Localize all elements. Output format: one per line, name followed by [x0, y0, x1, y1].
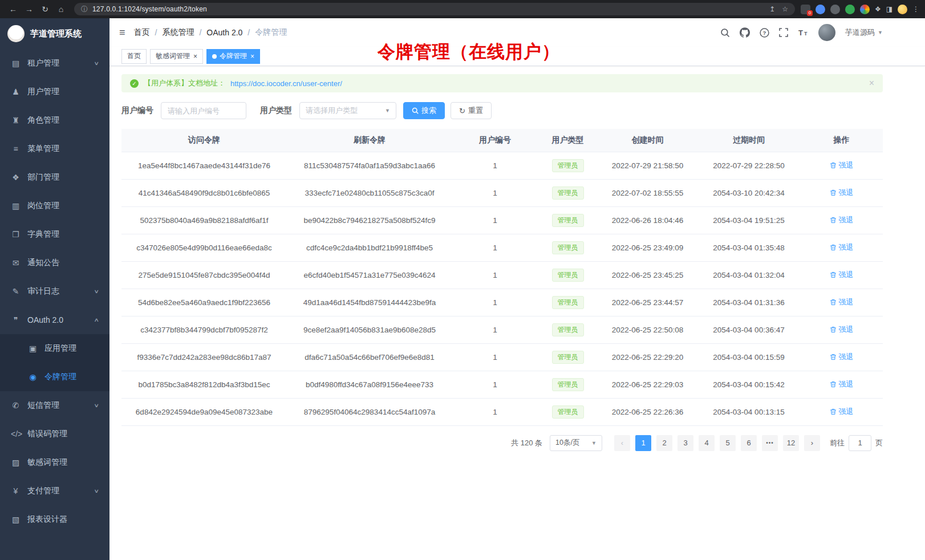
force-logout-link[interactable]: 强退 [830, 352, 854, 362]
force-logout-link[interactable]: 强退 [830, 160, 854, 171]
breadcrumb-item[interactable]: 系统管理 [162, 27, 194, 38]
pager-page-2[interactable]: 2 [656, 435, 672, 451]
side-panel-icon[interactable]: ◨ [886, 5, 892, 14]
tab-close-icon[interactable]: × [250, 52, 254, 60]
pager-page-6[interactable]: 6 [741, 435, 757, 451]
tab-home[interactable]: 首页 [121, 49, 147, 64]
breadcrumb-item[interactable]: OAuth 2.0 [206, 28, 242, 37]
pager-page-3[interactable]: 3 [677, 435, 693, 451]
extensions-puzzle-icon[interactable]: ❖ [875, 5, 881, 14]
pager-page-12[interactable]: 12 [783, 435, 799, 451]
sidebar-item-tenant[interactable]: ▤租户管理∨ [0, 49, 109, 78]
user-type-cell: 管理员 [538, 371, 598, 398]
breadcrumb-item[interactable]: 首页 [134, 27, 150, 38]
user-type-select[interactable]: 请选择用户类型 ▼ [299, 102, 396, 119]
force-logout-link[interactable]: 强退 [830, 242, 854, 253]
reset-button[interactable]: ↻ 重置 [451, 102, 492, 119]
sidebar-item-pay[interactable]: ¥支付管理∨ [0, 477, 109, 505]
expire-time-cell: 2022-07-29 22:28:50 [697, 152, 800, 179]
force-logout-link[interactable]: 强退 [830, 188, 854, 198]
sidebar-item-menu[interactable]: ≡菜单管理 [0, 135, 109, 163]
tab-sensitive-word[interactable]: 敏感词管理× [150, 49, 203, 64]
token-table: 访问令牌刷新令牌用户编号用户类型创建时间过期时间操作 1ea5e44f8bc14… [121, 129, 883, 426]
site-info-icon[interactable]: ⓘ [81, 5, 88, 14]
search-button[interactable]: 搜索 [403, 102, 445, 119]
sidebar-item-oauth2-token[interactable]: ◉令牌管理 [0, 363, 109, 391]
back-icon[interactable]: ← [6, 2, 21, 16]
pager-ellipsis[interactable]: ••• [762, 435, 778, 451]
share-icon[interactable]: ↥ [769, 5, 775, 13]
sidebar-item-error-code[interactable]: </>错误码管理 [0, 420, 109, 448]
dept-icon: ❖ [11, 173, 21, 182]
page-size-select[interactable]: 10条/页 ▼ [550, 435, 602, 451]
goto-suffix: 页 [875, 438, 883, 448]
doc-link[interactable]: https://doc.iocoder.cn/user-center/ [230, 79, 342, 88]
font-size-icon[interactable]: TT [798, 28, 809, 37]
user-avatar[interactable] [818, 24, 835, 41]
alert-close-icon[interactable]: × [869, 78, 874, 88]
app-logo[interactable]: 芋道管理系统 [0, 18, 109, 49]
force-logout-link[interactable]: 强退 [830, 297, 854, 307]
github-icon[interactable] [740, 27, 750, 38]
home-icon[interactable]: ⌂ [54, 2, 68, 16]
extension-dark-icon[interactable] [830, 5, 840, 14]
browser-menu-icon[interactable]: ⋮ [912, 5, 919, 14]
sidebar-item-oauth2[interactable]: ❞OAuth 2.0∧ [0, 306, 109, 334]
sidebar-item-user[interactable]: ♟用户管理 [0, 78, 109, 106]
refresh-token-cell: 8796295f04064c2983414cc54af1097a [287, 398, 452, 425]
bookmark-star-icon[interactable]: ☆ [782, 5, 788, 13]
column-header: 过期时间 [697, 129, 800, 152]
sidebar-item-notice[interactable]: ✉通知公告 [0, 249, 109, 277]
help-icon[interactable]: ? [760, 28, 769, 38]
force-logout-link[interactable]: 强退 [830, 270, 854, 280]
table-row: c342377bf8b344799dcbf7bf095287f29ce8ef2a… [121, 316, 883, 343]
extension-blue-icon[interactable] [816, 5, 825, 14]
sidebar-item-report-designer[interactable]: ▧报表设计器 [0, 505, 109, 534]
filter-form: 用户编号 用户类型 请选择用户类型 ▼ 搜索 ↻ 重置 [121, 102, 883, 119]
extension-colorful-icon[interactable] [860, 5, 870, 14]
breadcrumb-item: 令牌管理 [255, 27, 287, 38]
extension-green-icon[interactable] [845, 5, 855, 14]
tab-token[interactable]: 令牌管理× [206, 49, 260, 64]
user-menu[interactable]: 芋道源码 ▼ [845, 27, 883, 38]
pager-page-4[interactable]: 4 [699, 435, 715, 451]
access-token-cell: 502375b8040a469a9b82188afdf6af1f [121, 206, 287, 234]
expire-time-cell: 2054-03-04 19:51:25 [697, 206, 800, 234]
force-logout-link[interactable]: 强退 [830, 379, 854, 389]
force-logout-link[interactable]: 强退 [830, 324, 854, 335]
fullscreen-icon[interactable] [779, 28, 788, 37]
pager-page-1[interactable]: 1 [635, 435, 651, 451]
reload-icon[interactable]: ↻ [38, 2, 52, 16]
address-bar[interactable]: ⓘ 127.0.0.1:1024/system/oauth2/token ↥ ☆ [74, 3, 795, 15]
sidebar-item-post[interactable]: ▥岗位管理 [0, 192, 109, 220]
force-logout-link[interactable]: 强退 [830, 407, 854, 417]
sidebar-item-oauth2-app[interactable]: ▣应用管理 [0, 334, 109, 363]
action-cell: 强退 [800, 152, 883, 179]
goto-page-input[interactable] [849, 435, 871, 451]
pay-icon: ¥ [11, 486, 21, 496]
pager-page-5[interactable]: 5 [720, 435, 736, 451]
search-icon[interactable] [720, 28, 730, 38]
sidebar-toggle-icon[interactable]: ≡ [119, 27, 125, 39]
pager-prev-button[interactable]: ‹ [614, 435, 630, 451]
refresh-token-cell: b0df4980ffd34c67a08f9156e4eee733 [287, 371, 452, 398]
user-id-input[interactable] [161, 102, 246, 119]
force-logout-link[interactable]: 强退 [830, 215, 854, 225]
sidebar-item-audit-log[interactable]: ✎审计日志∨ [0, 277, 109, 306]
sidebar-item-sms[interactable]: ✆短信管理∨ [0, 391, 109, 420]
post-icon: ▥ [11, 201, 21, 210]
refresh-token-cell: 333ecfc71e02480cb11055c875c3ca0f [287, 179, 452, 206]
sidebar-item-dept[interactable]: ❖部门管理 [0, 163, 109, 192]
action-cell: 强退 [800, 343, 883, 371]
forward-icon[interactable]: → [22, 2, 36, 16]
pager-next-button[interactable]: › [804, 435, 820, 451]
sidebar-item-role[interactable]: ♜角色管理 [0, 106, 109, 135]
sidebar-item-sensitive-word[interactable]: ▨敏感词管理 [0, 448, 109, 477]
sidebar-item-dict[interactable]: ❐字典管理 [0, 220, 109, 249]
tab-close-icon[interactable]: × [193, 52, 197, 60]
user-type-cell: 管理员 [538, 343, 598, 371]
refresh-token-cell: 49d1aa46d1454fbd87591444423be9fa [287, 289, 452, 316]
browser-profile-avatar[interactable] [898, 5, 907, 14]
extension-badge-icon[interactable]: 0 [801, 5, 810, 14]
table-row: 54d6be82ee5a460a9aedc1f9bf22365649d1aa46… [121, 289, 883, 316]
